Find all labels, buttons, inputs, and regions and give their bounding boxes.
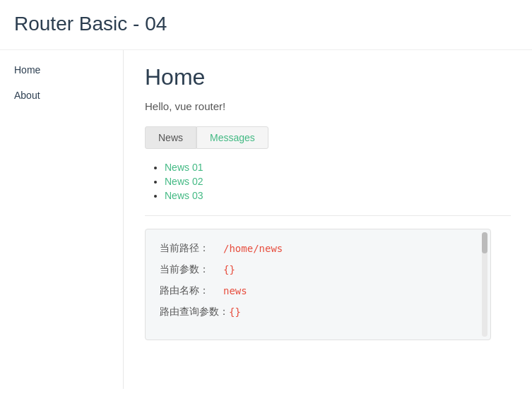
scrollbar-track[interactable]	[482, 232, 487, 337]
info-label-query: 路由查询参数：	[160, 306, 229, 318]
main-content: Home Hello, vue router! News Messages Ne…	[124, 50, 532, 389]
info-value-query: {}	[229, 306, 241, 318]
tab-bar: News Messages	[145, 126, 511, 149]
home-heading: Home	[145, 64, 511, 90]
info-label-name: 路由名称：	[160, 284, 223, 297]
info-row-params: 当前参数： {}	[160, 263, 476, 276]
info-panel: 当前路径： /home/news 当前参数： {} 路由名称： news 路由查…	[145, 229, 491, 340]
page-title: Router Basic - 04	[0, 0, 532, 50]
greeting-text: Hello, vue router!	[145, 100, 511, 112]
divider	[145, 215, 511, 216]
scrollbar-thumb[interactable]	[482, 232, 487, 253]
info-row-name: 路由名称： news	[160, 284, 476, 297]
info-value-path: /home/news	[223, 243, 283, 254]
news-item-2[interactable]: News 02	[165, 176, 203, 187]
news-item-1[interactable]: News 01	[165, 162, 203, 173]
sidebar: Home About	[0, 50, 124, 389]
list-item: News 02	[165, 176, 511, 187]
tab-messages[interactable]: Messages	[196, 126, 268, 149]
info-label-params: 当前参数：	[160, 263, 223, 276]
news-item-3[interactable]: News 03	[165, 190, 203, 201]
news-list: News 01 News 02 News 03	[145, 162, 511, 201]
info-row-query: 路由查询参数： {}	[160, 306, 476, 318]
info-value-name: news	[223, 285, 247, 296]
sidebar-item-home[interactable]: Home	[0, 57, 123, 83]
tab-news[interactable]: News	[145, 126, 196, 149]
list-item: News 01	[165, 162, 511, 173]
info-label-path: 当前路径：	[160, 242, 223, 255]
info-row-path: 当前路径： /home/news	[160, 242, 476, 255]
info-value-params: {}	[223, 264, 235, 275]
list-item: News 03	[165, 190, 511, 201]
sidebar-item-about[interactable]: About	[0, 83, 123, 108]
